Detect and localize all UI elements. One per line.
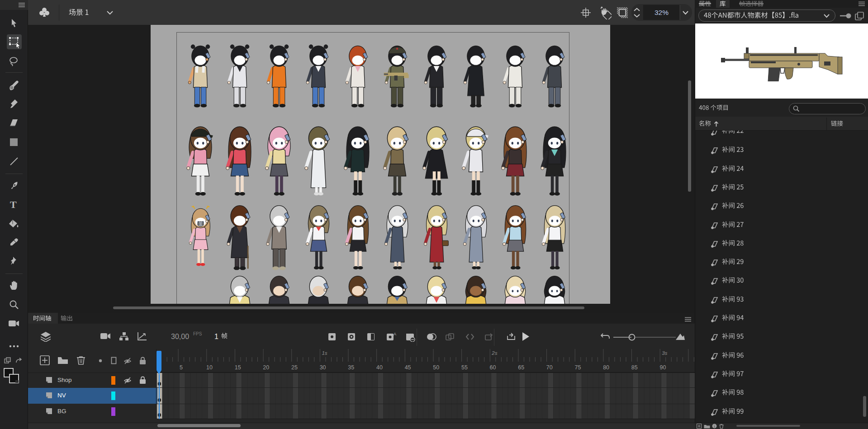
svg-text:45: 45 xyxy=(405,364,411,371)
svg-text:1s: 1s xyxy=(322,350,327,356)
svg-text:15: 15 xyxy=(235,364,241,371)
svg-text:65: 65 xyxy=(518,364,524,371)
svg-text:60: 60 xyxy=(490,364,496,371)
svg-text:10: 10 xyxy=(206,364,213,371)
svg-text:40: 40 xyxy=(376,364,383,371)
svg-text:85: 85 xyxy=(631,364,638,371)
svg-text:35: 35 xyxy=(348,364,354,371)
svg-text:20: 20 xyxy=(263,364,269,371)
svg-text:25: 25 xyxy=(291,364,298,371)
svg-text:2s: 2s xyxy=(491,350,497,356)
svg-text:3s: 3s xyxy=(662,350,667,356)
svg-text:80: 80 xyxy=(603,364,609,371)
svg-text:A: A xyxy=(394,332,396,336)
svg-text:75: 75 xyxy=(575,364,581,371)
svg-text:55: 55 xyxy=(461,364,468,371)
svg-text:50: 50 xyxy=(433,364,439,371)
svg-text:5: 5 xyxy=(180,364,183,371)
svg-text:70: 70 xyxy=(546,364,553,371)
svg-text:90: 90 xyxy=(659,364,666,371)
svg-text:30: 30 xyxy=(320,364,326,371)
